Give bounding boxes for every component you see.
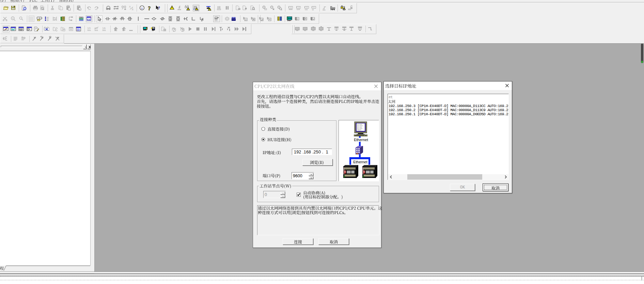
- svg-text:002: 002: [77, 30, 80, 32]
- svg-text:rom: rom: [305, 9, 308, 11]
- svg-text:w: w: [38, 17, 41, 19]
- svg-text:?: ?: [158, 5, 160, 10]
- svg-text:?: ?: [148, 5, 151, 11]
- svg-text:IP: IP: [63, 29, 65, 31]
- svg-text:CI: CI: [88, 18, 91, 21]
- svg-text:z: z: [297, 18, 299, 20]
- svg-text:A: A: [129, 5, 131, 8]
- svg-text:rom: rom: [215, 19, 218, 21]
- svg-text:z: z: [245, 18, 247, 21]
- svg-text:B: B: [132, 8, 133, 11]
- svg-text:10: 10: [87, 27, 91, 30]
- svg-text:cp: cp: [312, 9, 314, 11]
- svg-text:SMA: SMA: [79, 16, 84, 18]
- svg-text:rom: rom: [323, 9, 326, 11]
- svg-text:o: o: [79, 9, 80, 11]
- svg-text:16: 16: [102, 27, 106, 30]
